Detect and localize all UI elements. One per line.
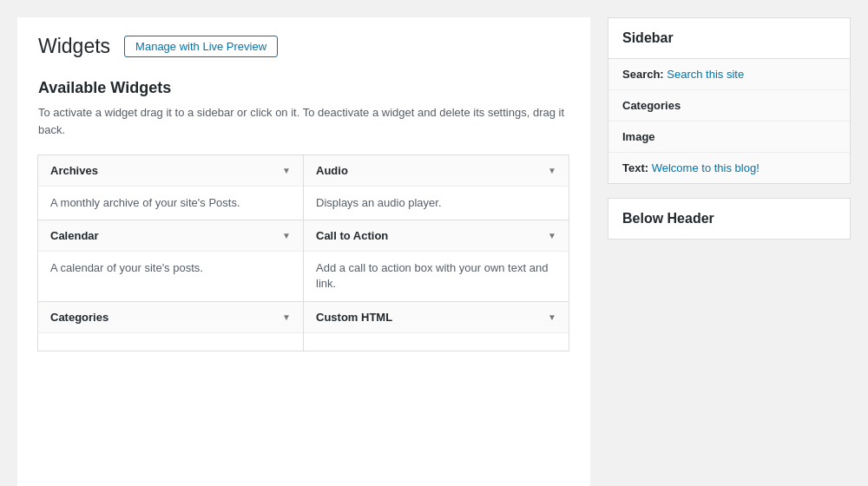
live-preview-button[interactable]: Manage with Live Preview: [124, 36, 278, 57]
widget-categories-header[interactable]: Categories ▼: [38, 302, 303, 333]
page-title: Widgets: [38, 35, 110, 58]
page-header: Widgets Manage with Live Preview: [38, 35, 569, 58]
sidebar-widget-image[interactable]: Image: [608, 122, 850, 153]
below-header-area: Below Header: [608, 198, 851, 240]
widget-call-to-action: Call to Action ▼ Add a call to action bo…: [303, 220, 569, 301]
widget-cta-arrow: ▼: [548, 231, 556, 240]
widget-calendar-desc: A calendar of your site's posts.: [38, 252, 303, 285]
widget-custom-html-desc: [304, 333, 569, 351]
sidebar-widget-categories[interactable]: Categories: [608, 90, 850, 122]
available-widgets-title: Available Widgets: [38, 79, 569, 97]
sidebar-title: Sidebar: [608, 18, 850, 59]
widget-categories: Categories ▼: [37, 301, 304, 351]
sidebar-widget-text-label: Text:: [622, 161, 652, 174]
sidebar-widget-text[interactable]: Text: Welcome to this blog!: [608, 153, 850, 183]
widget-audio-header[interactable]: Audio ▼: [304, 155, 569, 187]
below-header-title: Below Header: [608, 199, 850, 239]
sidebar-area: Sidebar Search: Search this site Categor…: [608, 17, 851, 184]
widget-custom-html: Custom HTML ▼: [303, 301, 569, 351]
available-widgets-description: To activate a widget drag it to a sideba…: [38, 104, 569, 138]
widget-calendar-arrow: ▼: [282, 231, 291, 240]
widget-cta-header[interactable]: Call to Action ▼: [304, 220, 569, 252]
widget-audio-arrow: ▼: [548, 166, 556, 175]
widget-categories-name: Categories: [50, 311, 108, 324]
sidebar-widget-search-value: Search this site: [667, 68, 744, 81]
widget-archives-name: Archives: [50, 164, 98, 177]
widget-grid: Archives ▼ A monthly archive of your sit…: [38, 155, 569, 351]
widget-cta-name: Call to Action: [316, 229, 388, 242]
sidebar-panel: Sidebar Search: Search this site Categor…: [608, 17, 851, 486]
widget-calendar-header[interactable]: Calendar ▼: [38, 220, 303, 252]
widget-calendar-name: Calendar: [50, 229, 99, 242]
widget-audio-desc: Displays an audio player.: [304, 187, 569, 220]
widget-archives-desc: A monthly archive of your site's Posts.: [38, 187, 303, 220]
sidebar-widget-search-label: Search:: [622, 68, 667, 81]
widget-audio: Audio ▼ Displays an audio player.: [303, 154, 569, 220]
main-content: Widgets Manage with Live Preview Availab…: [17, 17, 590, 486]
widget-calendar: Calendar ▼ A calendar of your site's pos…: [37, 220, 304, 301]
sidebar-widget-image-label: Image: [622, 130, 655, 143]
sidebar-widget-text-value: Welcome to this blog!: [652, 161, 760, 174]
widget-archives-arrow: ▼: [282, 166, 291, 175]
widget-cta-desc: Add a call to action box with your own t…: [304, 252, 569, 300]
widget-custom-html-name: Custom HTML: [316, 311, 392, 324]
sidebar-widget-categories-label: Categories: [622, 99, 681, 112]
widget-audio-name: Audio: [316, 164, 348, 177]
sidebar-widget-search[interactable]: Search: Search this site: [608, 59, 850, 90]
widget-archives: Archives ▼ A monthly archive of your sit…: [37, 154, 304, 220]
widget-categories-desc: [38, 333, 303, 351]
widget-custom-html-arrow: ▼: [548, 312, 556, 322]
widget-categories-arrow: ▼: [282, 312, 291, 322]
widget-custom-html-header[interactable]: Custom HTML ▼: [304, 302, 569, 333]
widget-archives-header[interactable]: Archives ▼: [38, 155, 303, 187]
